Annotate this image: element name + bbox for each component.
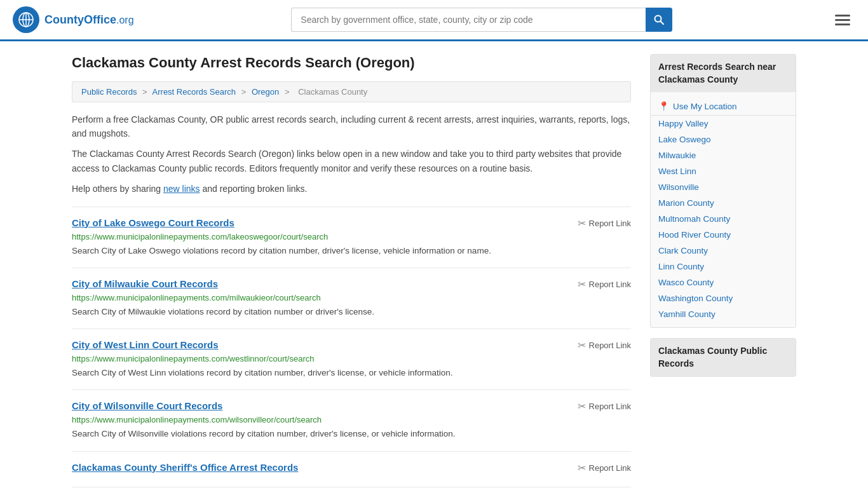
sidebar-nearby-item: Yamhill County <box>651 306 796 322</box>
report-link[interactable]: ✂ Report Link <box>578 462 631 474</box>
result-header: Clackamas County Sheriff's Office Arrest… <box>72 462 631 474</box>
logo-icon <box>13 6 39 33</box>
report-icon: ✂ <box>578 278 586 290</box>
description-3: Help others by sharing new links and rep… <box>72 182 631 196</box>
nearby-item-link[interactable]: Wasco County <box>658 278 714 287</box>
nearby-item-link[interactable]: West Linn <box>658 166 696 176</box>
report-link[interactable]: ✂ Report Link <box>578 339 631 351</box>
location-icon: 📍 <box>658 101 669 111</box>
sidebar-nearby-item: Milwaukie <box>651 147 796 163</box>
logo-area: CountyOffice.org <box>13 6 134 33</box>
report-link[interactable]: ✂ Report Link <box>578 217 631 229</box>
breadcrumb-sep3: > <box>285 87 290 97</box>
svg-line-5 <box>661 22 664 25</box>
sidebar-nearby-item: Linn County <box>651 259 796 274</box>
result-item: Clackamas County Sheriff's Office Arrest… <box>72 452 631 487</box>
nearby-item-link[interactable]: Milwaukie <box>658 151 696 160</box>
nearby-item-link[interactable]: Clark County <box>658 246 708 255</box>
result-url[interactable]: https://www.municipalonlinepayments.com/… <box>72 354 631 363</box>
main-container: Clackamas County Arrest Records Search (… <box>53 41 815 488</box>
search-button[interactable] <box>646 8 672 32</box>
site-header: CountyOffice.org <box>0 0 868 41</box>
nearby-list: 📍 Use My Location Happy ValleyLake Osweg… <box>651 92 796 327</box>
nearby-item-link[interactable]: Happy Valley <box>658 119 709 128</box>
result-url[interactable]: https://www.municipalonlinepayments.com/… <box>72 232 631 241</box>
report-icon: ✂ <box>578 339 586 351</box>
result-item: City of Wilsonville Court Records ✂ Repo… <box>72 390 631 451</box>
nearby-item-link[interactable]: Multnomah County <box>658 214 730 224</box>
breadcrumb-arrest-records[interactable]: Arrest Records Search <box>153 87 236 97</box>
report-link[interactable]: ✂ Report Link <box>578 278 631 290</box>
logo-text: CountyOffice.org <box>44 13 134 27</box>
sidebar-nearby-item: Hood River County <box>651 227 796 243</box>
public-records-title: Clackamas County Public Records <box>651 339 796 376</box>
sidebar-nearby-items: Happy ValleyLake OswegoMilwaukieWest Lin… <box>651 116 796 322</box>
report-icon: ✂ <box>578 217 586 229</box>
result-header: City of Milwaukie Court Records ✂ Report… <box>72 278 631 290</box>
result-header: City of West Linn Court Records ✂ Report… <box>72 339 631 351</box>
breadcrumb-sep1: > <box>142 87 147 97</box>
sidebar-nearby-item: Marion County <box>651 195 796 211</box>
breadcrumb-county: Clackamas County <box>298 87 367 97</box>
result-title[interactable]: City of Wilsonville Court Records <box>72 400 222 411</box>
sidebar-nearby-item: Happy Valley <box>651 116 796 132</box>
use-my-location-link[interactable]: Use My Location <box>673 102 737 111</box>
breadcrumb-sep2: > <box>241 87 247 97</box>
use-my-location-item[interactable]: 📍 Use My Location <box>651 97 796 115</box>
new-links-link[interactable]: new links <box>163 184 200 194</box>
result-url[interactable]: https://www.municipalonlinepayments.com/… <box>72 415 631 424</box>
sidebar-nearby-item: West Linn <box>651 163 796 179</box>
result-item: City of Milwaukie Court Records ✂ Report… <box>72 268 631 329</box>
menu-button[interactable] <box>830 12 855 28</box>
sidebar-nearby-item: Multnomah County <box>651 211 796 227</box>
sidebar: Arrest Records Search near Clackamas Cou… <box>650 54 796 487</box>
nearby-item-link[interactable]: Marion County <box>658 198 714 208</box>
report-icon: ✂ <box>578 400 586 412</box>
desc3-pre: Help others by sharing <box>72 184 163 194</box>
result-desc: Search City of Milwaukie violations reco… <box>72 306 631 318</box>
result-desc: Search City of Wilsonville violations re… <box>72 428 631 440</box>
sidebar-nearby-item: Wasco County <box>651 274 796 290</box>
result-header: City of Wilsonville Court Records ✂ Repo… <box>72 400 631 412</box>
nearby-item-link[interactable]: Washington County <box>658 294 733 303</box>
result-url[interactable]: https://www.municipalonlinepayments.com/… <box>72 293 631 302</box>
result-title[interactable]: City of Milwaukie Court Records <box>72 278 218 289</box>
results-container: City of Lake Oswego Court Records ✂ Repo… <box>72 207 631 487</box>
result-desc: Search City of Lake Oswego violations re… <box>72 245 631 257</box>
result-title[interactable]: City of Lake Oswego Court Records <box>72 217 234 228</box>
nearby-section: Arrest Records Search near Clackamas Cou… <box>650 54 796 328</box>
result-desc: Search City of West Linn violations reco… <box>72 367 631 379</box>
nearby-item-link[interactable]: Yamhill County <box>658 309 715 319</box>
desc3-post: and reporting broken links. <box>200 184 308 194</box>
search-input[interactable] <box>291 8 646 32</box>
nearby-item-link[interactable]: Lake Oswego <box>658 135 711 144</box>
content-area: Clackamas County Arrest Records Search (… <box>72 54 631 487</box>
result-header: City of Lake Oswego Court Records ✂ Repo… <box>72 217 631 229</box>
sidebar-nearby-item: Washington County <box>651 290 796 306</box>
nearby-item-link[interactable]: Wilsonville <box>658 182 699 192</box>
report-icon: ✂ <box>578 462 586 474</box>
sidebar-nearby-item: Lake Oswego <box>651 132 796 147</box>
page-title: Clackamas County Arrest Records Search (… <box>72 54 631 72</box>
description-1: Perform a free Clackamas County, OR publ… <box>72 112 631 141</box>
nearby-section-title: Arrest Records Search near Clackamas Cou… <box>651 55 796 92</box>
sidebar-nearby-item: Wilsonville <box>651 179 796 195</box>
breadcrumb-public-records[interactable]: Public Records <box>81 87 137 97</box>
result-item: City of Lake Oswego Court Records ✂ Repo… <box>72 207 631 268</box>
breadcrumb: Public Records > Arrest Records Search >… <box>72 81 631 102</box>
breadcrumb-oregon[interactable]: Oregon <box>252 87 279 97</box>
result-item: City of West Linn Court Records ✂ Report… <box>72 329 631 390</box>
sidebar-nearby-item: Clark County <box>651 243 796 259</box>
result-title[interactable]: Clackamas County Sheriff's Office Arrest… <box>72 462 298 473</box>
public-records-section: Clackamas County Public Records <box>650 338 796 377</box>
search-area <box>291 8 672 32</box>
report-link[interactable]: ✂ Report Link <box>578 400 631 412</box>
nearby-item-link[interactable]: Linn County <box>658 262 704 271</box>
result-title[interactable]: City of West Linn Court Records <box>72 339 219 350</box>
nearby-item-link[interactable]: Hood River County <box>658 230 731 240</box>
description-2: The Clackamas County Arrest Records Sear… <box>72 147 631 175</box>
